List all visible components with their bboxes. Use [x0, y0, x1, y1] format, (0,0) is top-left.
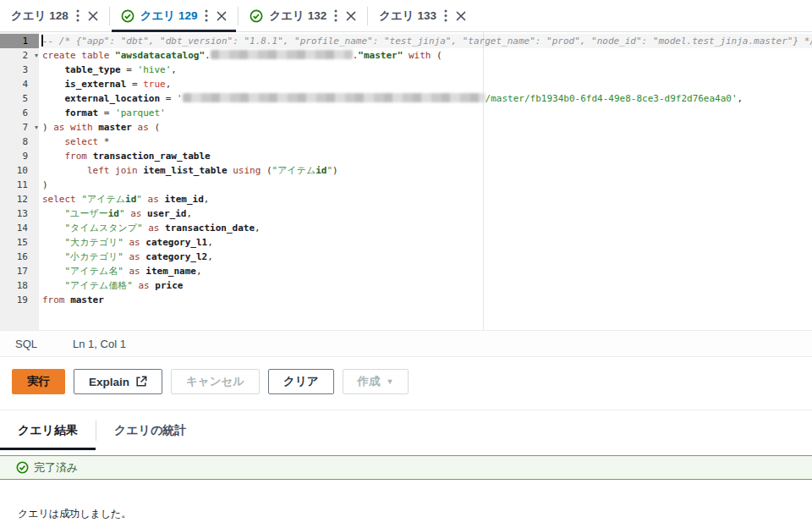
code-token [42, 136, 65, 147]
editor-gutter: 12▾34567▾8910111213141516171819 [0, 32, 39, 330]
code-token: "タイムスタンプ" [65, 223, 143, 234]
kebab-menu-icon[interactable] [444, 9, 447, 22]
line-number: 1 [0, 34, 39, 48]
code-token: transaction_date [165, 223, 255, 234]
code-token: as [148, 223, 159, 234]
code-token: /master/fb1934b0-6fd4-49e8-8ce3-d9f2d76e… [486, 93, 738, 104]
code-token: "小カテゴリ" [65, 251, 123, 262]
code-token: . [205, 50, 211, 61]
code-token [42, 223, 65, 234]
code-token: item_name [145, 266, 196, 277]
code-token: transaction_raw_table [93, 151, 211, 162]
code-line: is_external = true, [42, 77, 812, 91]
line-number: 12 [0, 192, 39, 206]
code-token: as with [53, 122, 92, 133]
code-token [42, 64, 65, 75]
create-button-label: 作成 [358, 374, 381, 389]
code-token: " [119, 208, 125, 219]
code-token: as [129, 266, 140, 277]
line-number: 15 [0, 235, 39, 250]
code-line: left join item_list_table using ("アイテムid… [42, 163, 812, 178]
code-token: ( [261, 165, 272, 176]
query-tab-1[interactable]: クエリ 128 [0, 0, 109, 31]
close-icon[interactable] [456, 11, 466, 21]
line-number: 11 [0, 178, 39, 192]
code-token [42, 251, 65, 262]
create-button[interactable]: 作成 ▼ [343, 369, 409, 394]
code-token: ) [332, 165, 338, 176]
clear-button[interactable]: クリア [268, 369, 333, 394]
tab-query-stats-label: クエリの統計 [114, 423, 186, 438]
code-token: true [143, 79, 166, 90]
query-success-message: クエリは成功しました。 [0, 480, 812, 521]
run-button-label: 実行 [27, 374, 50, 389]
query-tab-2[interactable]: クエリ 129 [110, 0, 239, 31]
code-token: = [98, 107, 115, 118]
code-token: = [126, 79, 143, 90]
code-token: = [160, 93, 177, 104]
code-token [87, 151, 93, 162]
code-token: ( [149, 122, 160, 133]
code-token: is_external [65, 79, 127, 90]
explain-button-label: Explain [89, 376, 129, 388]
line-number: 8 [0, 135, 39, 149]
code-line: -- /* {"app": "dbt", "dbt_version": "1.8… [42, 34, 812, 48]
code-token: = [121, 64, 138, 75]
kebab-menu-icon[interactable] [76, 9, 80, 22]
cancel-button[interactable]: キャンセル [171, 369, 260, 394]
code-token [42, 79, 65, 90]
cancel-button-label: キャンセル [186, 374, 244, 389]
close-icon[interactable] [88, 11, 98, 21]
code-line: select "アイテムid" as item_id, [42, 192, 812, 206]
tab-success-check-icon [250, 9, 263, 23]
code-token [42, 237, 65, 248]
run-button[interactable]: 実行 [12, 369, 65, 394]
code-token: "ユーザー [65, 208, 108, 219]
close-icon[interactable] [346, 11, 356, 21]
code-line: from master [42, 293, 812, 307]
line-number: 3 [0, 63, 39, 77]
code-token: , [738, 93, 743, 104]
explain-button[interactable]: Explain [74, 369, 162, 394]
kebab-menu-icon[interactable] [334, 9, 337, 22]
line-number: 19 [0, 293, 39, 307]
tab-query-results[interactable]: クエリ結果 [0, 410, 96, 450]
code-token: 'parquet' [115, 107, 166, 118]
line-number: 18 [0, 278, 39, 293]
code-token: format [65, 107, 99, 118]
line-number: 9 [0, 149, 39, 163]
close-icon[interactable] [217, 11, 227, 21]
code-token: category_l1 [145, 237, 207, 248]
code-line: format = 'parquet' [42, 106, 812, 120]
fold-caret-icon[interactable]: ▾ [35, 48, 38, 63]
code-line: table_type = 'hive', [42, 63, 812, 77]
code-token: as [148, 194, 159, 205]
text-cursor [41, 35, 43, 47]
code-token: "master" [358, 50, 403, 61]
action-button-row: 実行 Explain キャンセル クリア 作成 ▼ [0, 357, 812, 410]
code-token [132, 122, 138, 133]
line-number: 16 [0, 250, 39, 264]
query-tab-3[interactable]: クエリ 132 [239, 0, 367, 31]
code-token: , [171, 64, 177, 75]
fold-caret-icon[interactable]: ▾ [35, 120, 38, 135]
code-token: item_list_table [143, 165, 227, 176]
code-token: from [42, 294, 65, 305]
tab-query-stats[interactable]: クエリの統計 [96, 410, 204, 450]
editor-code-area[interactable]: -- /* {"app": "dbt", "dbt_version": "1.8… [39, 32, 812, 330]
tab-success-check-icon [121, 9, 134, 23]
language-label: SQL [15, 338, 37, 350]
code-token: with [409, 50, 431, 61]
query-tab-bar: クエリ 128クエリ 129クエリ 132クエリ 133 [0, 0, 812, 32]
code-token: ' [177, 93, 183, 104]
code-token: , [196, 266, 202, 277]
code-token: select [65, 136, 99, 147]
line-number: 5 [0, 91, 39, 106]
query-tab-4[interactable]: クエリ 133 [368, 0, 477, 31]
kebab-menu-icon[interactable] [205, 9, 208, 22]
code-token [142, 194, 148, 205]
redacted-text [211, 50, 353, 59]
sql-editor[interactable]: 12▾34567▾8910111213141516171819 -- /* {"… [0, 32, 812, 330]
code-token: id [315, 165, 326, 176]
query-status-banner: 完了済み [0, 455, 812, 480]
